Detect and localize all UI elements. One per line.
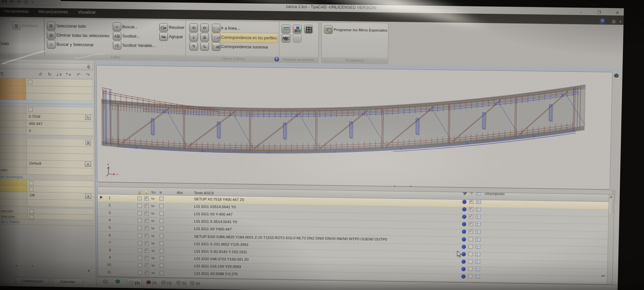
resolve-icon[interactable]: r1▸ (159, 23, 168, 32)
row-grid-icon[interactable] (476, 200, 481, 204)
row-grid-icon[interactable] (475, 274, 480, 279)
panel-checkbox[interactable] (28, 80, 32, 84)
find-and-select-button[interactable]: Buscar y Seleccionar (56, 42, 94, 48)
row-description-checkbox[interactable] (468, 267, 473, 271)
row-text[interactable]: L01 EG1 X3514.5641 Y0 (194, 204, 236, 209)
row-enabled-checkbox[interactable] (145, 256, 149, 260)
panel-checkbox[interactable] (29, 181, 34, 185)
match-successive-button[interactable]: Correspondencia sucesiva (221, 44, 268, 50)
row-enabled-checkbox[interactable] (144, 204, 149, 208)
go-first-icon[interactable]: ⟲ (190, 23, 198, 32)
row-sequence-icon[interactable]: ⇆▫ (151, 234, 156, 238)
tab-cube-icon[interactable] (128, 280, 135, 285)
row-grid-icon[interactable] (476, 214, 481, 219)
group-button[interactable]: Agrupar (169, 34, 183, 40)
abc-icon[interactable]: ▤ABC (282, 34, 290, 43)
replace-icon[interactable]: AB (113, 32, 121, 40)
restore-all-button[interactable]: Restaura (22, 22, 38, 29)
row-color-dot[interactable] (461, 274, 466, 279)
row-text[interactable]: L01 EG1 X0.5088 Y-0.275 (194, 272, 238, 276)
tab-cube-icon[interactable] (189, 280, 195, 286)
go-down-icon[interactable]: ⇣ (190, 33, 198, 41)
row-enabled-checkbox[interactable] (145, 234, 149, 238)
row-description-checkbox[interactable] (469, 244, 473, 249)
row-lock-checkbox[interactable] (138, 263, 142, 268)
dropdown-arrow-icon[interactable]: ▼ (85, 162, 91, 167)
row-extra-checkbox[interactable] (160, 249, 164, 253)
grid-window-icon[interactable] (304, 25, 313, 34)
row-text[interactable]: SETUP EG0 X386.9829 Y184.0001 Z-15 T1103… (194, 234, 387, 241)
panel-checkbox[interactable] (30, 215, 34, 219)
panel-row-value[interactable] (26, 146, 93, 154)
row-extra-checkbox[interactable] (160, 241, 164, 246)
cad-viewport[interactable]: Y× (96, 65, 612, 190)
row-color-dot[interactable] (462, 200, 467, 204)
row-text[interactable]: L01 EG0 X48.3723 Y169.091 Z0 (194, 257, 249, 261)
row-extra-checkbox[interactable] (159, 204, 164, 208)
row-grid-icon[interactable] (475, 252, 480, 256)
panel-row-value[interactable]: 0.7518✎ (26, 113, 93, 122)
todo-button[interactable]: todo (1, 41, 9, 47)
row-grid-icon[interactable] (475, 259, 480, 264)
help-icon[interactable]: ? (599, 18, 605, 24)
row-sequence-icon[interactable]: ⇆▫ (151, 219, 156, 223)
document-tab[interactable]: [4] (160, 279, 173, 287)
row-lock-checkbox[interactable] (138, 241, 142, 245)
abc-column-header[interactable]: Abc (177, 191, 183, 195)
row-extra-checkbox[interactable] (160, 263, 164, 268)
select-all-icon[interactable]: ⧉ (47, 21, 55, 30)
description-column-header[interactable]: Descripción (485, 192, 504, 196)
go-last-icon[interactable]: ⟳ (200, 23, 209, 32)
row-lock-checkbox[interactable] (138, 248, 142, 253)
row-enabled-checkbox[interactable] (144, 211, 149, 215)
edit-value-icon[interactable]: ✎ (85, 115, 91, 120)
match-next-icon[interactable]: ⋮ab (212, 42, 221, 51)
row-color-dot[interactable] (462, 207, 467, 211)
find-select-icon[interactable]: ⌕ (47, 40, 56, 49)
resolve-button[interactable]: Resolver (169, 25, 184, 31)
program-filters-button[interactable]: Programar los filtros Especiales (334, 27, 387, 33)
row-text[interactable]: SETUP X0.7518 Y400.447 Z0 (194, 197, 244, 202)
pin-icon[interactable] (87, 65, 91, 69)
group-help-icon[interactable]: ? (274, 57, 279, 61)
scroll-thumb[interactable] (609, 200, 614, 214)
row-lock-checkbox[interactable] (138, 196, 142, 201)
color-blocks-icon[interactable] (293, 25, 302, 34)
replace-button[interactable]: Sustituir... (122, 33, 140, 39)
row-extra-checkbox[interactable] (159, 211, 164, 216)
row-sequence-icon[interactable]: ⇆▫ (151, 204, 156, 208)
minimize-button[interactable]: – (577, 10, 585, 15)
row-extra-checkbox[interactable] (160, 256, 164, 260)
row-extra-checkbox[interactable] (160, 234, 164, 238)
document-tab[interactable]: [5] (175, 279, 189, 287)
row-description-checkbox[interactable] (469, 207, 473, 211)
go-down2-icon[interactable]: ⇊ (200, 33, 209, 42)
cube-faces-icon[interactable]: ⬚ (293, 34, 302, 43)
new-program-icon[interactable] (102, 279, 108, 284)
panel-group-header[interactable]: da y Salida (0, 219, 95, 226)
clear-selections-button[interactable]: Eliminar todas las selecciones (56, 32, 109, 39)
row-sequence-icon[interactable]: ⇆▫ (152, 256, 157, 260)
row-color-dot[interactable] (461, 267, 466, 271)
panel-row-value[interactable] (26, 86, 93, 94)
text-column-header[interactable]: Texto ASCII (194, 191, 214, 195)
row-description-checkbox[interactable] (469, 237, 473, 241)
row-text[interactable]: L01 EG1 X-3514.5641 Y0 (194, 220, 237, 224)
replace-variable-button[interactable]: Sustituir Variable... (122, 42, 155, 49)
dropdown-arrow-icon[interactable]: ▼ (85, 194, 92, 199)
row-lock-checkbox[interactable] (138, 226, 142, 230)
panel-tool-redo-icon[interactable]: ↷ (85, 72, 91, 79)
panel-splitter-dots[interactable]: ▴ ········· ▴ (16, 263, 52, 267)
select-all-button[interactable]: Seleccionar todo (56, 23, 86, 30)
sequence-icon[interactable]: ⇅≡ (151, 190, 156, 195)
panel-row-value[interactable]: 400.447 (26, 120, 93, 129)
row-sequence-icon[interactable]: ⇆▫ (152, 263, 157, 268)
row-enabled-checkbox[interactable] (145, 241, 149, 245)
row-grid-icon[interactable] (475, 267, 480, 271)
menu-herramientas[interactable]: Herramientas (4, 8, 29, 15)
hscroll-arrows[interactable]: ◂ ▸ (601, 274, 605, 277)
panel-row-value[interactable] (26, 153, 93, 161)
panel-checkbox[interactable] (29, 187, 34, 192)
tab-cube-icon[interactable] (161, 280, 167, 285)
restore-icon[interactable]: ▦ (12, 21, 21, 30)
